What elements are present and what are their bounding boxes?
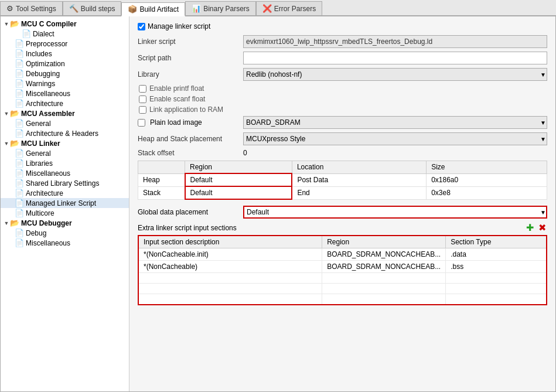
tree-item-misc-dbg[interactable]: 📄 Miscellaneous — [1, 238, 129, 248]
col-size: Size — [427, 161, 547, 174]
script-path-row: Script path — [138, 52, 547, 64]
linker-col-region: Region — [322, 236, 446, 248]
tree-item-warnings[interactable]: 📄 Warnings — [1, 79, 129, 88]
linker-type-1: .data — [446, 248, 547, 261]
label-managed-linker: Managed Linker Script — [26, 199, 96, 207]
plain-load-select[interactable]: BOARD_SDRAM — [243, 116, 547, 129]
linker-row-empty-3 — [138, 294, 547, 305]
tree-item-architecture-c[interactable]: 📄 Architecture — [1, 98, 129, 108]
tab-binary-parsers[interactable]: 📊 Binary Parsers — [185, 1, 256, 15]
tree-item-managed-linker[interactable]: 📄 Managed Linker Script — [1, 198, 129, 208]
leaf-icon-shared-lib: 📄 — [15, 179, 24, 188]
group-mcu-linker[interactable]: ▼ 📂 MCU Linker — [1, 138, 129, 148]
tree-item-arch-headers[interactable]: 📄 Architecture & Headers — [1, 128, 129, 138]
leaf-icon-debugging: 📄 — [15, 69, 24, 78]
linker-col-type: Section Type — [446, 236, 547, 248]
tree-item-misc-link[interactable]: 📄 Miscellaneous — [1, 168, 129, 178]
stack-region: Default — [185, 186, 292, 199]
empty-cell-2 — [322, 273, 446, 284]
tree-item-general-link[interactable]: 📄 General — [1, 148, 129, 158]
tree-item-multicore[interactable]: 📄 Multicore — [1, 208, 129, 218]
plain-load-label: Plain load image — [150, 118, 202, 127]
arrow-mcu-c-compiler: ▼ — [3, 21, 10, 27]
tree-item-dialect[interactable]: 📄 Dialect — [1, 29, 129, 39]
tree-item-arch-link[interactable]: 📄 Architecture — [1, 188, 129, 198]
tree-item-optimization[interactable]: 📄 Optimization — [1, 59, 129, 69]
tree-item-preprocessor[interactable]: 📄 Preprocessor — [1, 39, 129, 49]
empty-cell-4 — [138, 284, 322, 294]
group-mcu-c-compiler[interactable]: ▼ 📂 MCU C Compiler — [1, 19, 129, 29]
tab-build-steps[interactable]: 🔨 Build steps — [63, 1, 122, 15]
label-includes: Includes — [26, 50, 52, 58]
link-ram-checkbox[interactable] — [139, 106, 146, 114]
folder-icon: 📂 — [10, 19, 19, 28]
linker-script-input[interactable] — [243, 35, 547, 48]
right-panel: Manage linker script Linker script Scrip… — [129, 16, 555, 391]
plain-load-checkbox[interactable] — [138, 119, 145, 127]
leaf-icon-arch-link: 📄 — [15, 189, 24, 197]
stack-offset-label: Stack offset — [138, 149, 243, 157]
linker-row-2: *(NonCacheable) BOARD_SDRAM_NONCACHEAB..… — [138, 261, 547, 273]
leaf-icon-misc-link: 📄 — [15, 169, 24, 178]
label-general-link: General — [26, 149, 51, 158]
printf-checkbox[interactable] — [139, 85, 146, 93]
tree-item-debug[interactable]: 📄 Debug — [1, 228, 129, 238]
heap-stack-select[interactable]: MCUXpresso Style Default — [243, 132, 547, 145]
leaf-icon-misc-dbg: 📄 — [15, 238, 24, 247]
library-label: Library — [138, 70, 243, 79]
global-data-select[interactable]: Default — [243, 206, 547, 219]
heap-stack-select-container: MCUXpresso Style Default ▼ — [243, 132, 547, 145]
extra-linker-label: Extra linker script input sections — [138, 224, 237, 232]
group-mcu-assembler[interactable]: ▼ 📂 MCU Assembler — [1, 108, 129, 118]
library-select[interactable]: Redlib (nohost-nf) Newlib Newlib Nano — [243, 68, 547, 81]
link-ram-row: Link application to RAM — [139, 105, 547, 114]
tree-item-miscellaneous-c[interactable]: 📄 Miscellaneous — [1, 88, 129, 98]
script-path-input[interactable] — [243, 52, 547, 64]
manage-linker-label: Manage linker script — [148, 22, 210, 30]
leaf-icon-multicore: 📄 — [15, 209, 24, 217]
linker-script-label: Linker script — [138, 38, 243, 46]
error-parsers-icon: ❌ — [262, 4, 272, 13]
label-misc-c: Miscellaneous — [26, 90, 70, 98]
empty-cell-7 — [138, 294, 322, 305]
tree-item-includes[interactable]: 📄 Includes — [1, 49, 129, 59]
label-preprocessor: Preprocessor — [26, 40, 67, 48]
add-section-button[interactable]: ✚ — [525, 223, 535, 233]
arrow-mcu-debugger: ▼ — [3, 220, 10, 226]
tree-item-shared-lib[interactable]: 📄 Shared Library Settings — [1, 178, 129, 188]
manage-linker-checkbox[interactable] — [138, 23, 145, 30]
label-warnings: Warnings — [26, 80, 55, 88]
tree-item-general-asm[interactable]: 📄 General — [1, 118, 129, 128]
linker-type-2: .bss — [446, 261, 547, 273]
scanf-row: Enable scanf float — [139, 95, 547, 103]
group-mcu-debugger[interactable]: ▼ 📂 MCU Debugger — [1, 218, 129, 228]
linker-script-row: Linker script — [138, 35, 547, 48]
linker-region-1: BOARD_SDRAM_NONCACHEAB... — [322, 248, 446, 261]
label-general-asm: General — [26, 120, 51, 128]
link-ram-label: Link application to RAM — [149, 105, 223, 114]
stack-offset-row: Stack offset 0 — [138, 149, 547, 157]
scanf-checkbox[interactable] — [139, 96, 146, 103]
scanf-label: Enable scanf float — [149, 95, 205, 103]
tool-settings-icon: ⚙ — [6, 4, 13, 13]
tab-error-parsers[interactable]: ❌ Error Parsers — [256, 1, 322, 15]
label-debugging: Debugging — [26, 70, 60, 78]
tab-build-artifact[interactable]: 📦 Build Artifact — [121, 2, 185, 16]
printf-label: Enable printf float — [149, 84, 204, 93]
tabs-bar: ⚙ Tool Settings 🔨 Build steps 📦 Build Ar… — [0, 0, 556, 16]
stack-size: 0x3e8 — [427, 186, 547, 199]
heap-size: 0x186a0 — [427, 173, 547, 186]
global-data-label: Global data placement — [138, 208, 243, 216]
tree-item-libraries[interactable]: 📄 Libraries — [1, 158, 129, 168]
heap-stack-row: Heap and Stack placement MCUXpresso Styl… — [138, 132, 547, 145]
build-steps-icon: 🔨 — [69, 4, 79, 13]
table-row-stack: Stack Default End 0x3e8 — [138, 186, 547, 199]
table-row-heap: Heap Default Post Data 0x186a0 — [138, 173, 547, 186]
tab-tool-settings[interactable]: ⚙ Tool Settings — [0, 1, 63, 15]
empty-cell-9 — [446, 294, 547, 305]
tree-item-debugging[interactable]: 📄 Debugging — [1, 69, 129, 79]
empty-cell-1 — [138, 273, 322, 284]
remove-section-button[interactable]: ✖ — [537, 223, 547, 233]
group-label-mcu-linker: MCU Linker — [21, 139, 60, 148]
leaf-icon-general-link: 📄 — [15, 149, 24, 158]
